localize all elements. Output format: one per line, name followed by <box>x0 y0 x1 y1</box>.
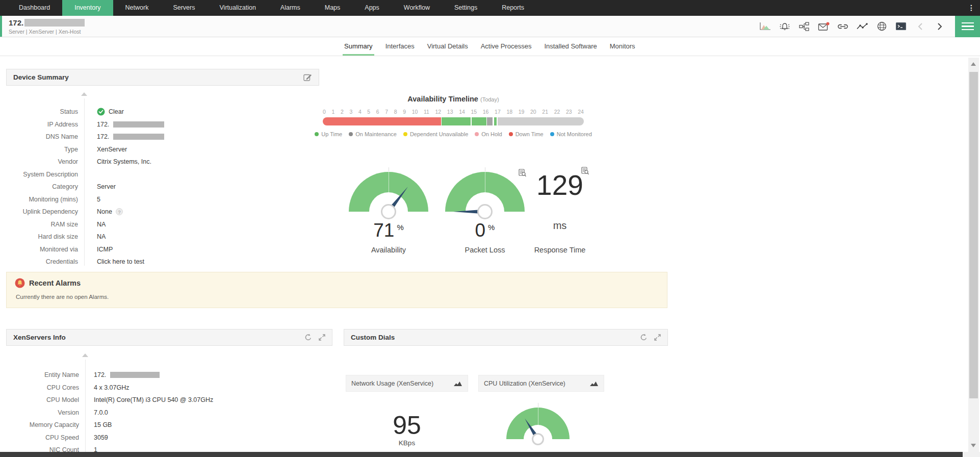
nav-overflow-icon[interactable]: ⋮ <box>968 0 975 16</box>
scroll-down-arrow-icon[interactable] <box>971 444 976 447</box>
help-icon[interactable]: ? <box>116 208 123 215</box>
card-title: Network Usage (XenService) <box>351 380 433 387</box>
vertical-scrollbar[interactable] <box>968 58 979 452</box>
legend-item-up-time: Up Time <box>315 131 342 137</box>
packet-loss-gauge: 0% Packet Loss <box>445 168 525 262</box>
mail-icon[interactable] <box>817 22 830 31</box>
field-row-entity-name: Entity Name172. <box>6 369 332 382</box>
value-text: None <box>97 208 112 215</box>
horizontal-scrollbar-thumb[interactable] <box>0 452 963 457</box>
line-chart-icon[interactable] <box>856 23 868 30</box>
field-value: 1 <box>94 446 97 452</box>
nav-item-settings[interactable]: Settings <box>442 0 489 16</box>
field-label: Monitored via <box>6 246 78 253</box>
area-chart-icon[interactable] <box>759 22 771 31</box>
chevron-right-icon[interactable] <box>934 22 946 31</box>
accent-bar <box>0 16 2 37</box>
tab-summary[interactable]: Summary <box>343 37 374 56</box>
expand-icon[interactable] <box>319 334 325 341</box>
report-icon[interactable] <box>518 169 526 179</box>
link-icon[interactable] <box>837 23 849 30</box>
alarm-bell-icon[interactable] <box>779 22 791 31</box>
device-title-prefix: 172. <box>9 18 23 27</box>
nav-item-inventory[interactable]: Inventory <box>62 0 113 16</box>
nav-item-alarms[interactable]: Alarms <box>268 0 313 16</box>
refresh-icon[interactable] <box>640 334 648 341</box>
expand-icon[interactable] <box>654 334 661 341</box>
hour-label: 7 <box>385 109 388 115</box>
timeline-bar[interactable] <box>323 117 584 125</box>
nav-item-virtualization[interactable]: Virtualization <box>208 0 268 16</box>
field-row-version: Version7.0.0 <box>6 407 332 419</box>
field-label: Uplink Dependency <box>6 208 78 215</box>
hour-label: 4 <box>358 109 362 115</box>
scroll-up-arrow-icon[interactable] <box>971 62 976 66</box>
tabs: SummaryInterfacesVirtual DetailsActive P… <box>343 37 637 56</box>
recent-alarms-title: Recent Alarms <box>29 279 81 287</box>
hour-label: 16 <box>483 109 489 115</box>
availability-value: 71% <box>349 220 428 241</box>
hour-label: 12 <box>435 109 442 115</box>
redacted-value <box>113 121 164 128</box>
field-row-cpu-speed: CPU Speed3059 <box>6 431 332 444</box>
legend-item-down-time: Down Time <box>509 131 544 137</box>
network-usage-card-header: Network Usage (XenService) <box>346 375 468 392</box>
tab-active-processes[interactable]: Active Processes <box>479 37 533 56</box>
field-label: Type <box>6 146 78 153</box>
area-chart-icon[interactable] <box>453 380 462 387</box>
terminal-icon[interactable] <box>895 22 907 31</box>
timeline-segment-down <box>323 117 441 125</box>
menu-icon[interactable] <box>955 16 980 37</box>
cpu-utilization-card-header: CPU Utilization (XenService) <box>478 375 604 392</box>
nav-item-servers[interactable]: Servers <box>161 0 207 16</box>
credentials-link[interactable]: Click here to test <box>97 258 144 265</box>
chevron-left-icon[interactable] <box>914 22 926 31</box>
report-icon[interactable] <box>581 167 589 177</box>
hour-label: 23 <box>566 109 572 115</box>
area-chart-icon[interactable] <box>589 380 599 387</box>
tab-virtual-details[interactable]: Virtual Details <box>426 37 470 56</box>
field-label: Version <box>6 409 79 416</box>
hour-label: 9 <box>403 109 406 115</box>
timeline-hour-labels: 0123456789101112131415161718192021222324 <box>323 109 584 115</box>
field-value: Clear <box>97 108 124 116</box>
field-label: Credentials <box>6 258 78 265</box>
tab-monitors[interactable]: Monitors <box>608 37 637 56</box>
horizontal-scrollbar[interactable] <box>0 452 980 457</box>
globe-icon[interactable] <box>875 21 888 31</box>
nav-item-apps[interactable]: Apps <box>352 0 392 16</box>
device-summary-header: Device Summary <box>6 69 319 86</box>
tab-installed-software[interactable]: Installed Software <box>543 37 598 56</box>
field-row-dns-name: DNS Name172. <box>6 131 319 143</box>
nav-item-reports[interactable]: Reports <box>489 0 536 16</box>
packet-loss-value: 0% <box>445 220 525 241</box>
field-row-ip-address: IP Address172. <box>6 118 319 131</box>
edit-icon[interactable] <box>303 73 312 82</box>
field-row-hard-disk-size: Hard disk sizeNA <box>6 231 319 243</box>
timeline-segment-up <box>494 117 497 125</box>
nav-item-network[interactable]: Network <box>113 0 161 16</box>
custom-dials-panel: Custom Dials Network Usage (XenService) … <box>344 329 668 452</box>
nav-item-dashboard[interactable]: Dashboard <box>7 0 62 16</box>
hour-label: 24 <box>578 109 584 115</box>
xenservers-info-rows: Entity Name172.CPU Cores4 x 3.07GHzCPU M… <box>6 369 332 452</box>
device-summary-panel: Device Summary StatusClearIP Address172.… <box>6 69 319 266</box>
hour-label: 8 <box>394 109 397 115</box>
redacted-device-name <box>24 19 85 27</box>
field-label: CPU Cores <box>6 384 79 391</box>
vertical-scrollbar-thumb[interactable] <box>969 72 978 398</box>
field-row-cpu-cores: CPU Cores4 x 3.07GHz <box>6 382 332 394</box>
divider-arrow-icon <box>82 353 88 357</box>
hour-label: 15 <box>471 109 477 115</box>
device-summary-rows: StatusClearIP Address172.DNS Name172.Typ… <box>6 106 319 266</box>
tab-interfaces[interactable]: Interfaces <box>384 37 416 56</box>
field-row-category: CategoryServer <box>6 181 319 193</box>
topology-icon[interactable] <box>798 22 810 31</box>
field-value: 172. <box>97 121 164 128</box>
nav-item-workflow[interactable]: Workflow <box>392 0 442 16</box>
field-value[interactable]: None? <box>97 208 123 215</box>
nav-item-maps[interactable]: Maps <box>313 0 353 16</box>
refresh-icon[interactable] <box>304 334 312 341</box>
hour-label: 2 <box>341 109 344 115</box>
field-label: RAM size <box>6 221 78 228</box>
